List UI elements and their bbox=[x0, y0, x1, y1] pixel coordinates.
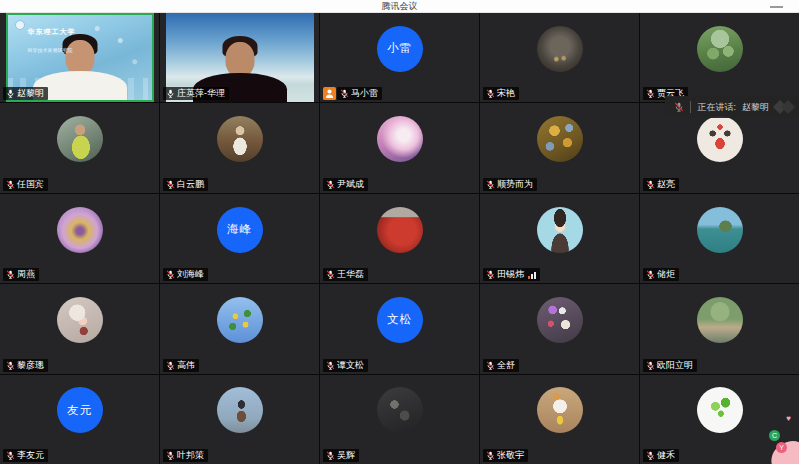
mic-muted-icon bbox=[646, 180, 655, 189]
participant-tile[interactable]: 周燕 bbox=[0, 194, 159, 283]
participant-tile[interactable]: 张敬宇 bbox=[480, 375, 639, 464]
participant-name-label: 全舒 bbox=[497, 360, 515, 371]
participant-name-label: 吴辉 bbox=[337, 450, 355, 461]
participant-label: 储炬 bbox=[643, 268, 679, 281]
speaking-banner: 正在讲话: 赵黎明 bbox=[665, 96, 799, 118]
avatar: 文松 bbox=[377, 297, 423, 343]
participant-name-label: 李友元 bbox=[17, 450, 44, 461]
participant-label: 顺势而为 bbox=[483, 178, 537, 191]
participant-tile[interactable]: 海峰 刘海峰 bbox=[160, 194, 319, 283]
participant-tile[interactable]: 吴辉 bbox=[320, 375, 479, 464]
minimize-button[interactable] bbox=[770, 6, 783, 8]
mic-muted-icon bbox=[326, 361, 335, 370]
person-head bbox=[225, 42, 254, 77]
avatar bbox=[377, 387, 423, 433]
mic-muted-icon bbox=[486, 361, 495, 370]
participant-name-label: 黎彦璁 bbox=[17, 360, 44, 371]
avatar bbox=[697, 297, 743, 343]
mic-muted-icon bbox=[486, 270, 495, 279]
participant-tile[interactable]: 庄英萍-华理 bbox=[160, 13, 319, 102]
participant-name-label: 田锡炜 bbox=[497, 269, 524, 280]
mic-muted-icon bbox=[6, 180, 15, 189]
window-title: 腾讯会议 bbox=[382, 1, 418, 11]
participant-tile[interactable]: 储炬 bbox=[640, 194, 799, 283]
participant-name-label: 庄英萍-华理 bbox=[177, 88, 225, 99]
participant-name-label: 顺势而为 bbox=[497, 179, 533, 190]
avatar bbox=[537, 116, 583, 162]
mic-on-icon bbox=[6, 89, 15, 98]
university-dept: 科学技术发展研究院 bbox=[28, 47, 73, 53]
avatar bbox=[697, 207, 743, 253]
mic-muted-icon bbox=[6, 451, 15, 460]
mic-muted-icon bbox=[646, 361, 655, 370]
participant-name-label: 健禾 bbox=[657, 450, 675, 461]
participant-name-label: 周燕 bbox=[17, 269, 35, 280]
participant-name-label: 储炬 bbox=[657, 269, 675, 280]
mic-muted-icon bbox=[166, 361, 175, 370]
avatar bbox=[57, 207, 103, 253]
avatar bbox=[537, 297, 583, 343]
participant-tile[interactable]: 文松 谭文松 bbox=[320, 284, 479, 373]
participant-tile[interactable]: 王华磊 bbox=[320, 194, 479, 283]
participant-name-label: 王华磊 bbox=[337, 269, 364, 280]
mic-on-icon bbox=[166, 89, 175, 98]
participant-name-label: 赵黎明 bbox=[17, 88, 44, 99]
participant-label: 马小雷 bbox=[337, 87, 382, 100]
mic-muted-icon bbox=[486, 451, 495, 460]
participant-name-label: 谭文松 bbox=[337, 360, 364, 371]
participant-tile[interactable]: 尹斌成 bbox=[320, 103, 479, 192]
widget-badge-c[interactable]: C bbox=[769, 430, 780, 441]
participant-label: 全舒 bbox=[483, 359, 519, 372]
participant-tile[interactable]: 任国宾 bbox=[0, 103, 159, 192]
app-watermark-icon bbox=[774, 99, 796, 115]
avatar bbox=[217, 116, 263, 162]
participant-tile[interactable]: 全舒 bbox=[480, 284, 639, 373]
participant-label: 李友元 bbox=[3, 449, 48, 462]
speaking-name: 赵黎明 bbox=[742, 101, 769, 114]
participant-name-label: 马小雷 bbox=[351, 88, 378, 99]
participant-name-label: 叶邦策 bbox=[177, 450, 204, 461]
network-signal-icon bbox=[528, 271, 536, 279]
participant-tile[interactable]: 叶邦策 bbox=[160, 375, 319, 464]
participant-name-label: 高伟 bbox=[177, 360, 195, 371]
participant-tile[interactable]: 欧阳立明 bbox=[640, 284, 799, 373]
participant-label: 赵黎明 bbox=[3, 87, 48, 100]
participant-label: 任国宾 bbox=[3, 178, 48, 191]
participant-tile[interactable]: 顺势而为 bbox=[480, 103, 639, 192]
avatar bbox=[537, 207, 583, 253]
avatar bbox=[537, 387, 583, 433]
participant-tile[interactable]: 健禾 bbox=[640, 375, 799, 464]
participant-label: 吴辉 bbox=[323, 449, 359, 462]
mic-muted-icon bbox=[646, 451, 655, 460]
participant-label: 健禾 bbox=[643, 449, 679, 462]
participant-name-label: 宋艳 bbox=[497, 88, 515, 99]
mic-muted-icon bbox=[486, 180, 495, 189]
avatar bbox=[697, 26, 743, 72]
participant-tile[interactable]: 黎彦璁 bbox=[0, 284, 159, 373]
participant-name-label: 欧阳立明 bbox=[657, 360, 693, 371]
mic-muted-icon bbox=[646, 270, 655, 279]
avatar bbox=[217, 387, 263, 433]
participant-name-label: 赵亮 bbox=[657, 179, 675, 190]
university-logo-banner: 华东理工大学 科学技术发展研究院 bbox=[15, 20, 76, 56]
participant-label: 黎彦璁 bbox=[3, 359, 48, 372]
participant-tile[interactable]: 小雷 马小雷 bbox=[320, 13, 479, 102]
avatar: 海峰 bbox=[217, 207, 263, 253]
widget-badge-y[interactable]: Y bbox=[776, 442, 787, 453]
participant-tile[interactable]: 白云鹏 bbox=[160, 103, 319, 192]
avatar bbox=[697, 116, 743, 162]
participant-label: 张敬宇 bbox=[483, 449, 528, 462]
participant-label: 尹斌成 bbox=[323, 178, 368, 191]
speaking-prefix: 正在讲话: bbox=[697, 101, 736, 114]
participant-tile[interactable]: 高伟 bbox=[160, 284, 319, 373]
participant-tile[interactable]: 贾云飞 bbox=[640, 13, 799, 102]
participant-tile[interactable]: 田锡炜 bbox=[480, 194, 639, 283]
participant-tile[interactable]: 宋艳 bbox=[480, 13, 639, 102]
avatar bbox=[57, 116, 103, 162]
mic-muted-icon bbox=[166, 180, 175, 189]
mic-muted-icon bbox=[326, 270, 335, 279]
participant-name-label: 尹斌成 bbox=[337, 179, 364, 190]
participant-tile[interactable]: 友元 李友元 bbox=[0, 375, 159, 464]
participant-tile[interactable]: 华东理工大学 科学技术发展研究院 赵黎明 bbox=[0, 13, 159, 102]
avatar bbox=[697, 387, 743, 433]
